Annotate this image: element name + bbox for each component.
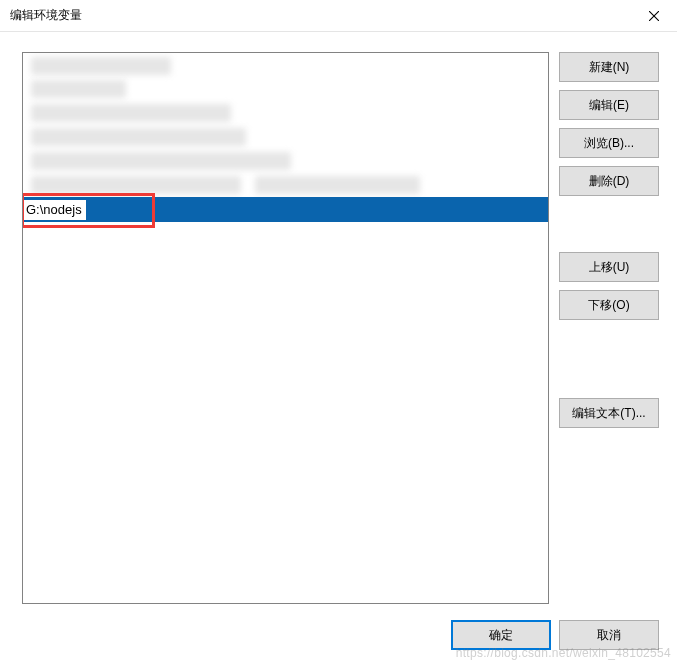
- new-button[interactable]: 新建(N): [559, 52, 659, 82]
- delete-button[interactable]: 删除(D): [559, 166, 659, 196]
- path-edit-input[interactable]: [24, 200, 86, 220]
- list-item[interactable]: [23, 125, 548, 149]
- close-button[interactable]: [631, 0, 677, 32]
- list-item[interactable]: [23, 173, 548, 197]
- side-button-column: 新建(N) 编辑(E) 浏览(B)... 删除(D) 上移(U) 下移(O) 编…: [559, 52, 659, 604]
- ok-button[interactable]: 确定: [451, 620, 551, 650]
- dialog-footer: 确定 取消: [22, 614, 659, 650]
- browse-button[interactable]: 浏览(B)...: [559, 128, 659, 158]
- edit-button[interactable]: 编辑(E): [559, 90, 659, 120]
- close-icon: [649, 11, 659, 21]
- list-item[interactable]: [23, 53, 548, 77]
- edit-text-button[interactable]: 编辑文本(T)...: [559, 398, 659, 428]
- move-up-button[interactable]: 上移(U): [559, 252, 659, 282]
- list-item[interactable]: [23, 101, 548, 125]
- main-row: 新建(N) 编辑(E) 浏览(B)... 删除(D) 上移(U) 下移(O) 编…: [22, 52, 659, 604]
- cancel-button[interactable]: 取消: [559, 620, 659, 650]
- list-item[interactable]: [23, 77, 548, 101]
- path-list[interactable]: [22, 52, 549, 604]
- list-item[interactable]: [23, 149, 548, 173]
- list-item-selected[interactable]: [23, 197, 548, 222]
- dialog-title: 编辑环境变量: [10, 7, 82, 24]
- dialog-content: 新建(N) 编辑(E) 浏览(B)... 删除(D) 上移(U) 下移(O) 编…: [0, 32, 677, 664]
- move-down-button[interactable]: 下移(O): [559, 290, 659, 320]
- titlebar: 编辑环境变量: [0, 0, 677, 32]
